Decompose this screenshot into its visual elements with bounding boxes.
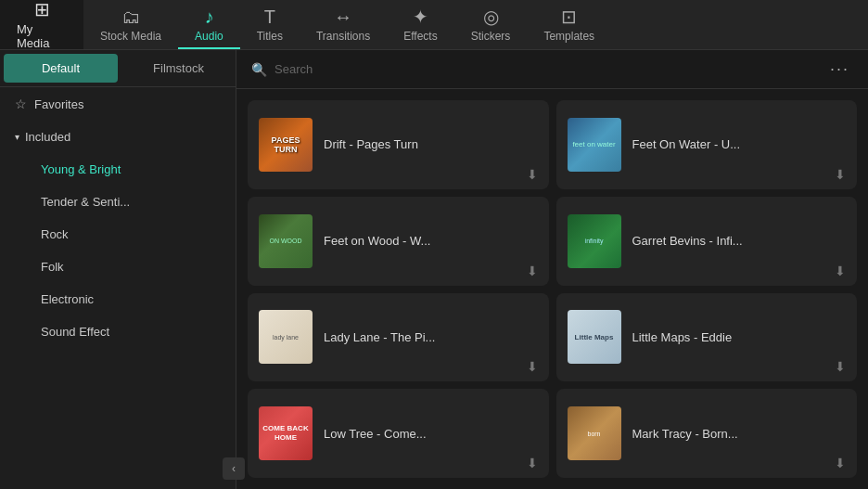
album-art-text: lady lane: [271, 332, 300, 342]
download-icon-low-tree[interactable]: ⬇: [527, 456, 538, 470]
nav-templates-label: Templates: [543, 30, 594, 43]
search-input[interactable]: [274, 62, 819, 76]
music-info-mark-tracy: Mark Tracy - Born...: [632, 427, 847, 441]
templates-icon: ⊡: [561, 7, 577, 26]
my-media-icon: ⊞: [34, 0, 50, 19]
download-icon-lady-lane[interactable]: ⬇: [527, 359, 538, 374]
album-art-feet-wood: ON WOOD: [259, 214, 313, 268]
nav-my-media-label: My Media: [17, 22, 67, 50]
album-art-text: COME BACK HOME: [259, 422, 313, 445]
download-icon-drift[interactable]: ⬇: [527, 167, 538, 182]
music-card-low-tree[interactable]: COME BACK HOME Low Tree - Come... ⬇: [248, 389, 549, 478]
music-title-feet-water: Feet On Water - U...: [632, 137, 847, 151]
sidebar-item-rock[interactable]: Rock: [0, 218, 236, 251]
audio-icon: ♪: [204, 7, 213, 26]
sidebar-item-electronic[interactable]: Electronic: [0, 283, 236, 315]
stickers-icon: ◎: [483, 7, 499, 26]
nav-audio[interactable]: ♪ Audio: [178, 0, 240, 49]
music-card-drift[interactable]: PAGES TURN Drift - Pages Turn ⬇: [248, 100, 549, 189]
album-art-text: feet on water: [570, 138, 617, 151]
music-info-low-tree: Low Tree - Come...: [324, 427, 538, 441]
album-art-lady-lane: lady lane: [259, 310, 313, 364]
young-bright-label: Young & Bright: [41, 162, 121, 176]
album-art-text: ON WOOD: [268, 236, 304, 246]
music-info-feet-water: Feet On Water - U...: [632, 137, 847, 151]
titles-icon: T: [264, 7, 275, 26]
music-title-lady-lane: Lady Lane - The Pi...: [324, 330, 538, 344]
album-art-text: PAGES TURN: [259, 134, 313, 156]
right-panel: 🔍 ··· PAGES TURN Drift - Pages Turn ⬇ fe…: [236, 50, 868, 489]
sidebar-item-young-bright[interactable]: Young & Bright: [0, 153, 236, 186]
album-art-text: born: [585, 429, 602, 439]
music-title-feet-wood: Feet on Wood - W...: [324, 234, 538, 248]
download-icon-feet-wood[interactable]: ⬇: [527, 264, 538, 278]
nav-templates[interactable]: ⊡ Templates: [527, 0, 611, 49]
music-card-little-maps[interactable]: Little Maps Little Maps - Eddie ⬇: [556, 293, 858, 382]
more-options-button[interactable]: ···: [826, 59, 853, 79]
top-navigation: ⊞ My Media 🗂 Stock Media ♪ Audio T Title…: [0, 0, 868, 50]
album-art-feet-water: feet on water: [568, 118, 621, 172]
sidebar-section-included[interactable]: ▾ Included: [0, 121, 236, 153]
music-info-little-maps: Little Maps - Eddie: [632, 330, 847, 344]
music-grid: PAGES TURN Drift - Pages Turn ⬇ feet on …: [236, 89, 868, 489]
music-card-feet-water[interactable]: feet on water Feet On Water - U... ⬇: [556, 100, 858, 189]
download-icon-mark-tracy[interactable]: ⬇: [835, 456, 846, 470]
nav-effects[interactable]: ✦ Effects: [387, 0, 453, 49]
music-info-garret: Garret Bevins - Infi...: [632, 234, 847, 248]
nav-stock-media[interactable]: 🗂 Stock Media: [83, 0, 178, 49]
music-info-feet-wood: Feet on Wood - W...: [324, 234, 538, 248]
star-icon: ☆: [15, 97, 27, 111]
tender-senti-label: Tender & Senti...: [41, 195, 130, 209]
music-title-low-tree: Low Tree - Come...: [324, 427, 538, 441]
favorites-label: Favorites: [34, 97, 83, 111]
album-art-mark-tracy: born: [568, 406, 621, 460]
effects-icon: ✦: [413, 7, 428, 26]
music-card-garret[interactable]: infinity Garret Bevins - Infi... ⬇: [556, 197, 858, 286]
sidebar-item-favorites[interactable]: ☆ Favorites: [0, 87, 236, 121]
nav-stickers-label: Stickers: [471, 30, 511, 43]
album-art-garret: infinity: [568, 214, 621, 268]
nav-audio-label: Audio: [195, 30, 223, 43]
sidebar-tabs: Default Filmstock: [0, 50, 236, 87]
tab-filmstock[interactable]: Filmstock: [121, 50, 236, 86]
nav-stock-media-label: Stock Media: [100, 30, 161, 43]
music-card-feet-wood[interactable]: ON WOOD Feet on Wood - W... ⬇: [248, 197, 549, 286]
nav-transitions[interactable]: ↔ Transitions: [300, 0, 387, 49]
music-title-garret: Garret Bevins - Infi...: [632, 234, 847, 248]
sidebar: Default Filmstock ☆ Favorites ▾ Included…: [0, 50, 236, 489]
main-content: Default Filmstock ☆ Favorites ▾ Included…: [0, 50, 868, 489]
search-bar: 🔍 ···: [236, 50, 868, 89]
music-info-drift: Drift - Pages Turn: [324, 137, 538, 151]
collapse-sidebar-button[interactable]: ‹: [223, 457, 245, 480]
download-icon-little-maps[interactable]: ⬇: [835, 359, 846, 374]
nav-transitions-label: Transitions: [316, 30, 370, 43]
included-label: Included: [25, 130, 70, 144]
electronic-label: Electronic: [41, 292, 94, 306]
album-art-drift: PAGES TURN: [259, 118, 313, 172]
download-icon-garret[interactable]: ⬇: [835, 264, 846, 278]
download-icon-feet-water[interactable]: ⬇: [835, 167, 846, 182]
album-art-little-maps: Little Maps: [568, 310, 621, 364]
album-art-low-tree: COME BACK HOME: [259, 406, 313, 460]
music-title-drift: Drift - Pages Turn: [324, 137, 538, 151]
folk-label: Folk: [41, 260, 64, 274]
nav-stickers[interactable]: ◎ Stickers: [454, 0, 528, 49]
sidebar-item-sound-effect[interactable]: Sound Effect: [0, 315, 236, 348]
music-title-little-maps: Little Maps - Eddie: [632, 330, 847, 344]
nav-my-media[interactable]: ⊞ My Media: [0, 0, 83, 49]
stock-media-icon: 🗂: [121, 7, 140, 26]
music-info-lady-lane: Lady Lane - The Pi...: [324, 330, 538, 344]
tab-default[interactable]: Default: [4, 54, 118, 83]
music-card-mark-tracy[interactable]: born Mark Tracy - Born... ⬇: [556, 389, 858, 478]
nav-effects-label: Effects: [403, 30, 437, 43]
rock-label: Rock: [41, 227, 69, 241]
transitions-icon: ↔: [334, 7, 352, 26]
album-art-text: infinity: [583, 236, 606, 246]
music-title-mark-tracy: Mark Tracy - Born...: [632, 427, 847, 441]
nav-titles[interactable]: T Titles: [240, 0, 300, 49]
music-card-lady-lane[interactable]: lady lane Lady Lane - The Pi... ⬇: [248, 293, 549, 382]
nav-titles-label: Titles: [257, 30, 283, 43]
sidebar-item-folk[interactable]: Folk: [0, 251, 236, 283]
sidebar-item-tender-senti[interactable]: Tender & Senti...: [0, 186, 236, 218]
collapse-arrow-icon: ▾: [15, 132, 19, 142]
